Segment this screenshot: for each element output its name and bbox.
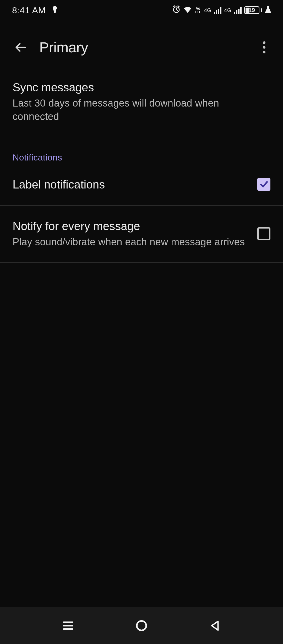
circle-icon xyxy=(135,620,148,632)
system-nav-bar xyxy=(0,607,283,644)
notify-every-message-item[interactable]: Notify for every message Play sound/vibr… xyxy=(0,206,283,262)
keyhole-icon xyxy=(52,5,58,15)
home-button[interactable] xyxy=(132,617,151,635)
triangle-left-icon xyxy=(210,620,220,631)
wifi-icon xyxy=(183,5,192,15)
page-title: Primary xyxy=(39,39,256,56)
sync-messages-subtitle: Last 30 days of messages will download w… xyxy=(13,97,260,124)
status-bar: 8:41 AM Vo LTE 4G 4G xyxy=(0,0,283,20)
svg-rect-7 xyxy=(63,628,73,630)
back-nav-button[interactable] xyxy=(206,617,224,635)
recents-button[interactable] xyxy=(59,617,77,635)
svg-rect-5 xyxy=(63,621,73,623)
network-4g-2: 4G xyxy=(224,7,231,13)
status-time: 8:41 AM xyxy=(12,5,46,15)
app-bar: Primary xyxy=(0,20,283,67)
notify-every-message-checkbox[interactable] xyxy=(257,227,270,240)
svg-rect-6 xyxy=(63,625,73,626)
menu-icon xyxy=(62,621,74,630)
network-4g-1: 4G xyxy=(204,7,211,13)
battery-percent: 19 xyxy=(248,7,255,14)
label-notifications-item[interactable]: Label notifications xyxy=(0,164,283,205)
label-notifications-title: Label notifications xyxy=(13,177,247,192)
svg-point-4 xyxy=(263,51,265,53)
notify-every-message-subtitle: Play sound/vibrate when each new message… xyxy=(13,235,247,249)
svg-point-3 xyxy=(263,46,265,49)
flask-icon xyxy=(265,5,271,15)
notify-every-message-title: Notify for every message xyxy=(13,219,247,233)
alarm-icon xyxy=(172,5,181,15)
sync-messages-item[interactable]: Sync messages Last 30 days of messages w… xyxy=(0,67,283,137)
svg-point-8 xyxy=(137,621,146,630)
svg-point-2 xyxy=(263,41,265,44)
back-button[interactable] xyxy=(12,38,30,57)
notifications-section-header: Notifications xyxy=(0,137,283,164)
svg-point-0 xyxy=(53,6,57,10)
volte-icon: Vo LTE xyxy=(195,7,201,14)
settings-list: Sync messages Last 30 days of messages w… xyxy=(0,67,283,607)
battery-indicator: 19 xyxy=(244,6,262,14)
arrow-left-icon xyxy=(14,41,27,54)
sync-messages-title: Sync messages xyxy=(13,80,260,95)
status-right: Vo LTE 4G 4G 19 xyxy=(172,5,271,15)
divider xyxy=(0,262,283,263)
more-vert-icon xyxy=(263,41,266,54)
overflow-menu-button[interactable] xyxy=(256,40,272,55)
status-left: 8:41 AM xyxy=(12,5,58,15)
check-icon xyxy=(259,179,269,190)
signal-bars-1 xyxy=(214,7,221,14)
label-notifications-checkbox[interactable] xyxy=(257,178,270,191)
signal-bars-2 xyxy=(234,7,242,14)
